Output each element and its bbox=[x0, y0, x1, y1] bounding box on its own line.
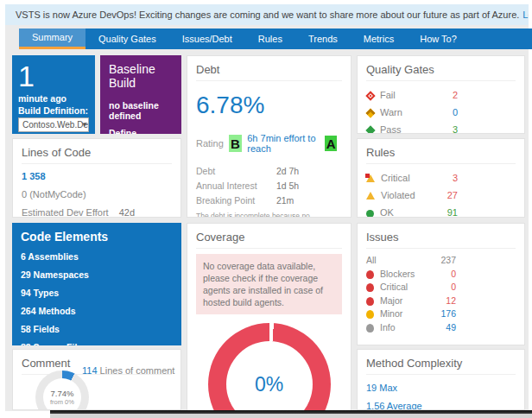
tab-quality-gates[interactable]: Quality Gates bbox=[86, 28, 169, 49]
issue-value[interactable]: 0 bbox=[427, 281, 456, 294]
comment-lines-row: 114 Lines of comment bbox=[82, 365, 174, 376]
fail-diamond-icon bbox=[365, 91, 375, 100]
tab-rules[interactable]: Rules bbox=[245, 28, 295, 49]
baseline-card: Baseline Build no baseline defined Defin… bbox=[100, 55, 181, 134]
comment-percent: 7.74% bbox=[51, 389, 74, 398]
code-elements-card: Code Elements 6 Assemblies 29 Namespaces… bbox=[12, 223, 181, 345]
debt-table: Debt2d 7h Annual Interest1d 5h Breaking … bbox=[196, 164, 342, 208]
debt-rating-row: Rating B 6h 7min effort to reach A bbox=[196, 133, 342, 154]
issue-value[interactable]: 176 bbox=[427, 307, 456, 321]
debt-row-value: 1d 5h bbox=[276, 179, 299, 193]
gate-value[interactable]: 0 bbox=[428, 104, 458, 121]
debt-percent: 6.78% bbox=[196, 92, 342, 119]
target-rating-badge[interactable]: A bbox=[325, 136, 337, 151]
issues-all-value[interactable]: 237 bbox=[427, 254, 456, 268]
rule-value[interactable]: 91 bbox=[428, 204, 458, 218]
critical-issue-icon bbox=[366, 283, 374, 292]
ok-rule-icon bbox=[366, 210, 374, 218]
build-age-label: minute ago bbox=[18, 93, 89, 104]
comment-lines-value[interactable]: 114 bbox=[82, 365, 98, 376]
comment-card: Comment 7.74% from 0% 114 Lines of comme… bbox=[12, 349, 181, 410]
loc-total-link[interactable]: 1 358 bbox=[22, 171, 172, 181]
code-elements-methods[interactable]: 264 Methods bbox=[21, 306, 173, 316]
issue-value[interactable]: 12 bbox=[427, 294, 456, 308]
debt-title: Debt bbox=[196, 63, 342, 81]
debt-row-label: Breaking Point bbox=[196, 195, 255, 206]
warn-diamond-icon bbox=[365, 108, 375, 117]
baseline-status: no baseline defined bbox=[109, 100, 173, 121]
issues-card: Issues All237 Blockers0 Critical0 Major1… bbox=[357, 223, 525, 345]
code-elements-types[interactable]: 94 Types bbox=[21, 288, 173, 298]
debt-row-value: 2d 7h bbox=[276, 164, 299, 179]
rule-row: Critical3 bbox=[366, 169, 516, 187]
issue-label: Minor bbox=[380, 308, 402, 319]
debt-row-label: Debt bbox=[196, 166, 215, 176]
lines-of-code-card: Lines of Code 1 358 0 (NotMyCode) Estima… bbox=[12, 138, 181, 218]
tab-issues-debt[interactable]: Issues/Debt bbox=[169, 28, 245, 49]
build-number: 1 bbox=[18, 60, 89, 92]
build-definition-select[interactable]: Contoso.Web.Dev.CI▾ bbox=[18, 117, 89, 132]
issue-row: Info49 bbox=[366, 321, 516, 335]
tab-metrics[interactable]: Metrics bbox=[351, 28, 407, 49]
gate-label: Pass bbox=[380, 124, 401, 134]
rules-card: Rules Critical3 Violated27 OK91 bbox=[357, 138, 525, 218]
issue-value[interactable]: 49 bbox=[427, 321, 456, 335]
issue-label: Info bbox=[380, 322, 396, 332]
define-baseline-link[interactable]: Define baseline bbox=[109, 128, 173, 134]
tab-how-to[interactable]: How To? bbox=[407, 28, 470, 49]
tab-trends[interactable]: Trends bbox=[295, 28, 351, 49]
rule-value[interactable]: 3 bbox=[428, 169, 458, 187]
loc-notmycode: 0 (NotMyCode) bbox=[22, 189, 172, 200]
rule-value[interactable]: 27 bbox=[428, 187, 458, 204]
code-elements-title: Code Elements bbox=[21, 230, 173, 244]
coverage-percent: 0% bbox=[255, 373, 283, 396]
complexity-max-link[interactable]: 19 Max bbox=[366, 383, 516, 393]
code-elements-assemblies[interactable]: 6 Assemblies bbox=[21, 251, 173, 262]
issues-all-row: All237 bbox=[366, 254, 516, 268]
issues-all-label: All bbox=[366, 255, 377, 265]
window-bottom-shadow bbox=[50, 414, 532, 418]
gate-label: Warn bbox=[380, 107, 402, 117]
pass-diamond-icon bbox=[365, 125, 375, 134]
issue-label: Critical bbox=[380, 282, 408, 292]
code-elements-namespaces[interactable]: 29 Namespaces bbox=[21, 269, 173, 280]
rating-label: Rating bbox=[196, 138, 224, 149]
issue-value[interactable]: 0 bbox=[427, 268, 456, 282]
learn-more-link[interactable]: Learn more bbox=[522, 10, 529, 20]
comment-donut: 7.74% from 0% bbox=[35, 370, 89, 410]
debt-row: Annual Interest1d 5h bbox=[196, 179, 342, 193]
coverage-donut: 0% bbox=[208, 323, 331, 411]
complexity-average-link[interactable]: 1.56 Average bbox=[366, 401, 516, 410]
current-rating-badge[interactable]: B bbox=[229, 135, 242, 152]
code-elements-fields[interactable]: 58 Fields bbox=[21, 324, 173, 334]
code-elements-source-files[interactable]: 83 Source Files bbox=[21, 342, 173, 345]
coverage-alert: No coverage data available, please check… bbox=[196, 254, 342, 314]
comment-lines-label: Lines of comment bbox=[100, 365, 175, 376]
debt-row-value: 21m bbox=[276, 193, 294, 208]
issue-row: Major12 bbox=[366, 294, 516, 308]
debt-row: Breaking Point21m bbox=[196, 193, 342, 208]
violated-rule-icon bbox=[366, 192, 375, 200]
issue-label: Major bbox=[380, 295, 402, 306]
build-definition-value: Contoso.Web.Dev.CI bbox=[22, 120, 89, 130]
gate-value[interactable]: 3 bbox=[428, 121, 458, 134]
quality-gates-title: Quality Gates bbox=[366, 63, 516, 81]
rule-row: Violated27 bbox=[366, 187, 516, 204]
rule-row: OK91 bbox=[366, 204, 516, 218]
quality-gates-card: Quality Gates Fail2 Warn0 Pass3 bbox=[357, 55, 525, 134]
debt-row-label: Annual Interest bbox=[196, 180, 257, 191]
issues-title: Issues bbox=[366, 231, 516, 249]
coverage-title: Coverage bbox=[196, 231, 342, 249]
issue-label: Blockers bbox=[380, 269, 415, 279]
build-definition-label: Build Definition: bbox=[18, 105, 89, 116]
baseline-title: Baseline Build bbox=[109, 62, 173, 90]
blocker-issue-icon bbox=[366, 270, 374, 279]
tab-summary[interactable]: Summary bbox=[19, 28, 86, 49]
loc-effort-row: Estimated Dev Effort42d bbox=[22, 207, 172, 218]
rule-label: Critical bbox=[381, 173, 410, 183]
effort-to-reach-link[interactable]: 6h 7min effort to reach bbox=[247, 133, 320, 154]
dropdown-caret-icon: ▾ bbox=[82, 118, 86, 131]
gate-value[interactable]: 2 bbox=[428, 86, 458, 104]
debt-row: Debt2d 7h bbox=[196, 164, 342, 179]
loc-effort-value: 42d bbox=[119, 207, 135, 218]
